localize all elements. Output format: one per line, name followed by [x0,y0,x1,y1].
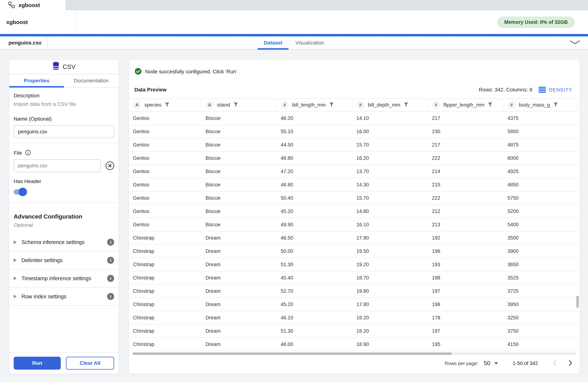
table-cell: 3525 [504,271,577,284]
has-header-label: Has Header [14,178,114,184]
table-row[interactable]: Gentoo Biscoe 50.40 15.70 222 5750 [129,191,580,205]
info-icon[interactable]: i [107,257,114,264]
column-header[interactable]: # bill_depth_mm [352,99,428,111]
center-tabs: Dataset Visualization [264,36,324,49]
filter-icon[interactable] [404,102,408,108]
has-header-toggle[interactable] [14,189,26,195]
table-row[interactable]: Gentoo Biscoe 45.20 14.80 212 5200 [129,205,580,218]
description-section: Description Import data from a CSV file. [9,87,119,107]
filter-icon[interactable] [165,102,169,108]
table-cell: Gentoo [129,191,202,205]
table-row[interactable]: Chinstrap Dream 45.40 18.70 188 3525 [129,271,580,285]
column-header[interactable]: # body_mass_g [504,99,577,111]
file-input[interactable]: penguins.csv [14,159,101,172]
filter-icon[interactable] [329,102,334,108]
tab-documentation[interactable]: Documentation [64,74,119,87]
accordion-row[interactable]: Row index settings i [9,288,119,306]
browser-tab[interactable]: xgboost [0,0,66,10]
file-section: File penguins.csv ✕ Has Header [9,143,119,203]
table-row[interactable]: Gentoo Biscoe 55.10 16.00 230 5850 [129,125,580,138]
table-cell: 46.80 [277,178,352,191]
column-header[interactable]: # flipper_length_mm [428,99,504,111]
table-cell: Dream [202,325,277,338]
table-cell: 4875 [504,138,577,151]
file-tab[interactable]: penguins.csv [0,36,48,49]
table-row[interactable]: Chinstrap Dream 46.50 17.90 192 3500 [129,232,580,245]
table-row[interactable]: Chinstrap Dream 46.00 18.90 195 4150 [129,338,580,351]
accordion-row[interactable]: Delimiter settings i [9,251,119,270]
table-cell: 48.80 [277,152,352,165]
table-row[interactable]: Gentoo Biscoe 48.80 16.20 222 6000 [129,152,580,165]
column-name: flipper_length_mm [443,102,484,108]
filter-icon[interactable] [553,102,558,108]
name-input[interactable]: penguins.csv [14,125,114,138]
table-cell: 195 [428,338,504,351]
table-cell: 4150 [504,338,577,351]
info-icon[interactable]: i [107,239,114,246]
accordion-row[interactable]: Timestamp inference settings i [9,270,119,288]
column-type-badge: A [133,101,141,109]
rows-per-page-value[interactable]: 50 [484,360,490,367]
table-cell: 4850 [504,178,577,191]
table-cell: 17.80 [352,298,428,311]
table-cell: 15.70 [352,138,428,151]
table-cell-empty [577,191,580,205]
info-icon[interactable] [25,150,31,156]
horizontal-scrollbar-thumb[interactable] [133,352,452,355]
advanced-accordion: Schema inference settings i Delimiter se… [9,233,119,306]
table-cell: 3900 [504,245,577,258]
column-name: bill_length_mm [292,102,326,108]
run-button[interactable]: Run [14,357,61,370]
table-row[interactable]: Gentoo Biscoe 49.90 16.10 213 5400 [129,218,580,232]
table-cell: Chinstrap [129,298,202,311]
tab-properties[interactable]: Properties [9,74,64,87]
table-row[interactable]: Chinstrap Dream 46.10 18.20 178 3250 [129,311,580,325]
table-cell: 230 [428,125,504,138]
info-icon[interactable]: i [107,293,114,300]
table-cell: 14.30 [352,178,428,191]
table-row[interactable]: Chinstrap Dream 45.20 17.80 198 3950 [129,298,580,311]
pagination: Rows per page: 50 1-50 of 342 [445,358,572,369]
next-page-button[interactable] [569,360,572,367]
table-cell: 3500 [504,232,577,244]
vertical-scrollbar-thumb[interactable] [576,296,579,308]
memory-badge: Memory Used: 0% of 32GB [497,17,575,28]
table-cell-empty [577,152,580,165]
horizontal-scrollbar[interactable] [133,352,576,355]
table-cell: 52.70 [277,285,352,297]
table-cell: 51.30 [277,325,352,338]
density-button[interactable]: DENSITY [539,87,572,93]
rows-columns-summary: Rows: 342, Columns: 8 [479,87,532,93]
description-label: Description [14,93,114,99]
prev-page-button[interactable] [553,360,556,367]
info-icon[interactable]: i [107,275,114,282]
table-cell: 47.20 [277,165,352,178]
table-cell: Dream [202,298,277,311]
filter-icon[interactable] [488,102,493,108]
table-row[interactable]: Gentoo Biscoe 44.50 15.70 217 4875 [129,138,580,152]
clear-file-button[interactable]: ✕ [106,161,114,170]
table-row[interactable]: Chinstrap Dream 50.00 19.50 196 3900 [129,245,580,258]
chevron-down-icon[interactable] [569,40,580,46]
table-row[interactable]: Chinstrap Dream 52.70 19.80 197 3725 [129,285,580,298]
table-row[interactable]: Gentoo Biscoe 46.80 14.30 215 4850 [129,178,580,191]
table-row[interactable]: Gentoo Biscoe 46.20 14.10 217 4375 [129,112,580,125]
tab-visualization[interactable]: Visualization [295,36,324,49]
table-cell: 16.00 [352,125,428,138]
table-cell: 3650 [504,258,577,271]
accordion-row[interactable]: Schema inference settings i [9,233,119,251]
table-cell: Gentoo [129,125,202,138]
tab-dataset[interactable]: Dataset [264,36,282,49]
clear-all-button[interactable]: Clear All [66,357,114,370]
table-row[interactable]: Chinstrap Dream 51.30 19.20 193 3650 [129,258,580,271]
table-row[interactable]: Gentoo Biscoe 47.20 13.70 214 4925 [129,165,580,178]
column-header[interactable]: # bill_length_mm [277,99,352,111]
filter-icon[interactable] [233,102,238,108]
rows-per-page-caret-icon[interactable] [494,362,498,365]
table-cell: Gentoo [129,152,202,165]
column-header[interactable]: A island [202,99,277,111]
column-header[interactable]: A species [129,99,202,111]
table-cell-empty [577,338,580,351]
table-cell: 16.10 [352,218,428,231]
table-row[interactable]: Chinstrap Dream 51.30 18.20 197 3750 [129,325,580,338]
